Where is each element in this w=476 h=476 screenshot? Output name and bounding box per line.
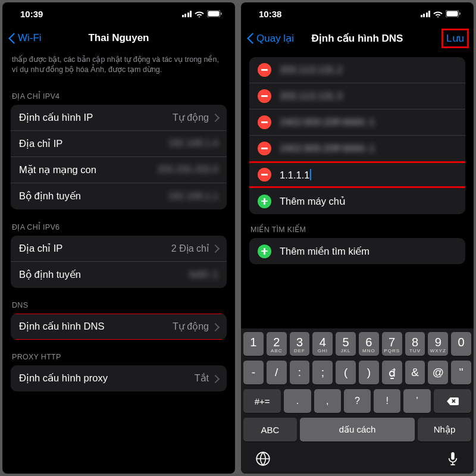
label-configure-dns: Định cấu hình DNS <box>19 321 173 332</box>
dns-server-row[interactable]: 2402:800:20ff:6666::1 <box>249 136 465 162</box>
key-0[interactable]: 0 <box>451 332 471 356</box>
key-dong[interactable]: ₫ <box>382 361 402 384</box>
save-button[interactable]: Lưu <box>443 30 468 47</box>
ipv4-group: Định cấu hình IP Tự động Địa chỉ IP 192.… <box>11 105 227 209</box>
nav-bar: Wi-Fi Thai Nguyen <box>2 25 235 51</box>
key-comma[interactable]: , <box>314 389 341 413</box>
delete-icon[interactable] <box>258 168 271 181</box>
chevron-right-icon <box>214 322 218 331</box>
row-ipv6-router: Bộ định tuyến fe80::1 <box>11 262 227 288</box>
back-label: Quay lại <box>256 32 294 45</box>
row-configure-ip[interactable]: Định cấu hình IP Tự động <box>11 105 227 131</box>
key-5[interactable]: 5JKL <box>336 332 356 356</box>
label-ipv6: Địa chỉ IP <box>19 243 171 254</box>
wifi-icon <box>433 10 443 17</box>
value-configure-ip: Tự động <box>173 112 209 123</box>
dns-server-row[interactable]: 203.113.131.2 <box>249 57 465 83</box>
add-search-domain-row[interactable]: Thêm miền tìm kiếm <box>249 238 465 264</box>
row-subnet: Mặt nạ mạng con 255.255.255.0 <box>11 157 227 183</box>
status-bar: 10:39 <box>2 2 235 25</box>
key-dash[interactable]: - <box>243 361 264 384</box>
row-configure-dns[interactable]: Định cấu hình DNS Tự động <box>11 314 227 340</box>
globe-icon[interactable] <box>255 451 271 469</box>
key-period[interactable]: . <box>284 389 311 413</box>
status-time: 10:38 <box>259 9 281 19</box>
row-router: Bộ định tuyến 192.168.1.1 <box>11 183 227 209</box>
section-header-ipv4: ĐỊA CHỈ IPV4 <box>2 79 235 105</box>
status-bar: 10:38 <box>241 2 474 25</box>
key-1[interactable]: 1 <box>243 332 264 356</box>
key-lparen[interactable]: ( <box>336 361 356 384</box>
add-server-row[interactable]: Thêm máy chủ <box>249 188 465 214</box>
add-icon[interactable] <box>258 195 271 208</box>
key-at[interactable]: @ <box>428 361 448 384</box>
add-icon[interactable] <box>258 245 271 258</box>
key-symbols[interactable]: #+= <box>243 389 281 413</box>
key-exclaim[interactable]: ! <box>374 389 400 413</box>
value-router: 192.168.1.1 <box>168 191 218 202</box>
key-question[interactable]: ? <box>344 389 371 413</box>
key-abc[interactable]: ABC <box>243 418 297 441</box>
row-configure-proxy[interactable]: Định cấu hình proxy Tắt <box>11 365 227 392</box>
chevron-right-icon <box>214 374 218 383</box>
key-8[interactable]: 8TUV <box>405 332 425 356</box>
svg-rect-2 <box>221 12 222 15</box>
back-button[interactable]: Wi-Fi <box>8 32 42 44</box>
label-configure-proxy: Định cấu hình proxy <box>19 372 195 384</box>
dns-content: 203.113.131.2 203.113.131.3 2402:800:20f… <box>241 51 474 328</box>
key-9[interactable]: 9WXYZ <box>428 332 448 356</box>
settings-content: thấp được bật, các bản cập nhật tự động … <box>2 51 235 474</box>
cellular-icon <box>182 11 192 17</box>
key-return[interactable]: Nhập <box>418 418 471 441</box>
row-ipv6-address[interactable]: Địa chỉ IP 2 Địa chỉ <box>11 236 227 262</box>
key-7[interactable]: 7PQRS <box>382 332 402 356</box>
label-ipv6-router: Bộ định tuyến <box>19 269 189 280</box>
key-3[interactable]: 3DEF <box>290 332 310 356</box>
delete-icon[interactable] <box>258 115 271 129</box>
low-data-description: thấp được bật, các bản cập nhật tự động … <box>2 51 235 79</box>
key-colon[interactable]: : <box>290 361 310 384</box>
dns-server-input[interactable]: 1.1.1.1 <box>280 169 457 181</box>
key-space[interactable]: dấu cách <box>300 418 415 441</box>
key-4[interactable]: 4GHI <box>312 332 333 356</box>
back-button[interactable]: Quay lại <box>247 32 294 45</box>
key-quote[interactable]: " <box>451 361 471 384</box>
chevron-right-icon <box>214 244 218 252</box>
section-header-proxy: PROXY HTTP <box>2 340 235 365</box>
chevron-left-icon <box>8 32 15 44</box>
svg-rect-7 <box>451 452 455 460</box>
row-ip-address: Địa chỉ IP 192.168.1.4 <box>11 131 227 157</box>
chevron-right-icon <box>214 113 218 121</box>
dns-server-input-row[interactable]: 1.1.1.1 <box>249 162 465 188</box>
dns-server-value: 203.113.131.3 <box>280 90 457 102</box>
key-slash[interactable]: / <box>267 361 287 384</box>
back-label: Wi-Fi <box>18 32 42 44</box>
battery-icon <box>207 10 222 17</box>
key-apostrophe[interactable]: ' <box>403 389 430 413</box>
value-ipv6-router: fe80::1 <box>189 270 218 280</box>
svg-rect-4 <box>447 11 458 17</box>
section-header-search: MIỀN TÌM KIẾM <box>241 214 474 238</box>
delete-icon[interactable] <box>258 63 271 77</box>
value-subnet: 255.255.255.0 <box>158 164 218 175</box>
keyboard: 1 2ABC 3DEF 4GHI 5JKL 6MNO 7PQRS 8TUV 9W… <box>241 328 474 474</box>
key-6[interactable]: 6MNO <box>359 332 379 356</box>
ipv6-group: Địa chỉ IP 2 Địa chỉ Bộ định tuyến fe80:… <box>11 236 227 288</box>
dns-server-row[interactable]: 2402:800:20ff:6666::1 <box>249 109 465 136</box>
key-rparen[interactable]: ) <box>359 361 379 384</box>
key-backspace[interactable] <box>434 389 471 413</box>
dns-server-row[interactable]: 203.113.131.3 <box>249 83 465 109</box>
mic-icon[interactable] <box>446 451 459 469</box>
dns-group: Định cấu hình DNS Tự động <box>11 314 227 340</box>
phone-left: 10:39 Wi-Fi Thai Nguyen thấp được bật, c… <box>2 2 235 474</box>
label-configure-ip: Định cấu hình IP <box>19 112 173 123</box>
delete-icon[interactable] <box>258 142 271 155</box>
dns-servers-group: 203.113.131.2 203.113.131.3 2402:800:20f… <box>249 57 465 214</box>
key-amp[interactable]: & <box>405 361 425 384</box>
backspace-icon <box>446 396 459 406</box>
key-semicolon[interactable]: ; <box>312 361 333 384</box>
proxy-group: Định cấu hình proxy Tắt <box>11 365 227 392</box>
key-2[interactable]: 2ABC <box>267 332 287 356</box>
dns-server-value: 2402:800:20ff:6666::1 <box>280 117 457 128</box>
delete-icon[interactable] <box>258 89 271 103</box>
